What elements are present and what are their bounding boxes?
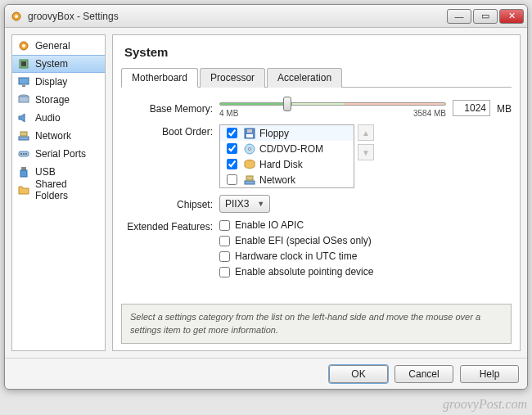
close-button[interactable]: ✕ bbox=[499, 9, 524, 24]
svg-rect-25 bbox=[245, 181, 255, 184]
ok-button[interactable]: OK bbox=[329, 365, 388, 383]
speaker-icon bbox=[17, 111, 30, 124]
base-memory-unit: MB bbox=[497, 101, 512, 115]
maximize-button[interactable]: ▭ bbox=[473, 9, 498, 24]
extended-label: Extended Features: bbox=[121, 219, 219, 232]
boot-check-cddvd[interactable] bbox=[227, 143, 237, 154]
boot-order-list[interactable]: Floppy CD/DVD-ROM Hard Disk bbox=[219, 124, 354, 188]
boot-item-label: Floppy bbox=[259, 128, 289, 139]
app-gear-icon bbox=[10, 10, 23, 23]
check-label: Hardware clock in UTC time bbox=[235, 250, 357, 262]
sidebar-item-display[interactable]: Display bbox=[12, 73, 105, 91]
sidebar-item-label: System bbox=[35, 58, 68, 70]
check-io-apic[interactable] bbox=[219, 220, 230, 231]
tab-acceleration[interactable]: Acceleration bbox=[267, 68, 342, 88]
boot-item-label: Hard Disk bbox=[259, 159, 303, 170]
page-heading: System bbox=[124, 45, 512, 59]
svg-rect-7 bbox=[22, 85, 25, 87]
boot-check-floppy[interactable] bbox=[227, 128, 237, 138]
chipset-dropdown[interactable]: PIIX3 ▼ bbox=[219, 195, 270, 213]
boot-item-floppy[interactable]: Floppy bbox=[220, 125, 354, 141]
boot-move-down[interactable]: ▼ bbox=[358, 144, 374, 160]
titlebar[interactable]: groovyBox - Settings — ▭ ✕ bbox=[5, 5, 527, 28]
monitor-icon bbox=[17, 75, 30, 88]
watermark: groovyPost.com bbox=[443, 397, 527, 412]
tabs: Motherboard Processor Acceleration bbox=[121, 67, 512, 88]
boot-check-harddisk[interactable] bbox=[227, 159, 237, 169]
base-memory-label: Base Memory: bbox=[121, 101, 219, 115]
sidebar-item-label: Storage bbox=[35, 94, 70, 106]
chipset-label: Chipset: bbox=[121, 197, 219, 210]
svg-rect-5 bbox=[21, 61, 26, 66]
base-memory-slider[interactable] bbox=[219, 102, 446, 106]
chip-icon bbox=[17, 57, 30, 70]
svg-point-16 bbox=[25, 153, 27, 155]
svg-rect-12 bbox=[20, 132, 27, 136]
harddisk-icon bbox=[243, 158, 256, 171]
check-utc[interactable] bbox=[219, 251, 230, 262]
sidebar-item-shared-folders[interactable]: Shared Folders bbox=[12, 181, 105, 199]
boot-move-up[interactable]: ▲ bbox=[358, 124, 374, 141]
check-abs-pointing[interactable] bbox=[219, 267, 230, 277]
tab-processor[interactable]: Processor bbox=[200, 68, 265, 88]
slider-max-label: 3584 MB bbox=[413, 109, 446, 118]
sidebar-item-serial[interactable]: Serial Ports bbox=[12, 145, 105, 163]
serial-icon bbox=[17, 147, 30, 160]
folder-icon bbox=[17, 183, 30, 196]
usb-icon bbox=[17, 165, 30, 178]
settings-window: groovyBox - Settings — ▭ ✕ General Syste… bbox=[4, 4, 528, 390]
check-label: Enable absolute pointing device bbox=[235, 266, 373, 277]
boot-item-label: Network bbox=[259, 174, 295, 186]
network-icon bbox=[17, 129, 30, 142]
sidebar-item-audio[interactable]: Audio bbox=[12, 109, 105, 127]
window-title: groovyBox - Settings bbox=[28, 11, 119, 22]
boot-item-network[interactable]: Network bbox=[220, 172, 354, 187]
svg-rect-21 bbox=[246, 134, 253, 138]
boot-order-label: Boot Order: bbox=[121, 124, 219, 138]
footer: OK Cancel Help bbox=[5, 358, 527, 389]
minimize-button[interactable]: — bbox=[447, 9, 471, 24]
sidebar-item-system[interactable]: System bbox=[12, 55, 105, 73]
help-button[interactable]: Help bbox=[460, 365, 519, 383]
svg-point-3 bbox=[22, 44, 25, 47]
sidebar-item-label: Audio bbox=[35, 112, 61, 124]
sidebar-item-label: General bbox=[35, 40, 70, 52]
slider-thumb[interactable] bbox=[283, 97, 291, 111]
sidebar-item-label: USB bbox=[35, 166, 56, 178]
svg-rect-6 bbox=[19, 78, 29, 84]
sidebar-item-label: Display bbox=[35, 76, 67, 88]
svg-point-15 bbox=[23, 153, 25, 155]
svg-rect-17 bbox=[21, 167, 26, 170]
svg-rect-11 bbox=[19, 137, 29, 140]
svg-rect-9 bbox=[19, 97, 29, 102]
sidebar-item-network[interactable]: Network bbox=[12, 127, 105, 145]
svg-rect-20 bbox=[247, 129, 252, 133]
cancel-button[interactable]: Cancel bbox=[394, 365, 453, 383]
floppy-icon bbox=[243, 127, 256, 140]
check-efi[interactable] bbox=[219, 236, 230, 246]
sidebar-item-label: Shared Folders bbox=[35, 178, 100, 201]
sidebar-item-storage[interactable]: Storage bbox=[12, 91, 105, 109]
check-label: Enable EFI (special OSes only) bbox=[235, 235, 372, 246]
svg-point-23 bbox=[249, 147, 251, 150]
boot-item-harddisk[interactable]: Hard Disk bbox=[220, 156, 354, 172]
sidebar-item-label: Network bbox=[35, 130, 71, 142]
chipset-value: PIIX3 bbox=[225, 198, 249, 210]
check-label: Enable IO APIC bbox=[235, 219, 304, 231]
main-panel: System Motherboard Processor Acceleratio… bbox=[112, 34, 521, 351]
sidebar-item-label: Serial Ports bbox=[35, 148, 86, 160]
net-boot-icon bbox=[243, 174, 256, 187]
base-memory-value[interactable]: 1024 bbox=[453, 100, 490, 116]
boot-item-label: CD/DVD-ROM bbox=[259, 143, 323, 155]
boot-check-network[interactable] bbox=[227, 174, 237, 185]
boot-item-cddvd[interactable]: CD/DVD-ROM bbox=[220, 141, 354, 156]
svg-marker-10 bbox=[19, 114, 25, 122]
sidebar-item-general[interactable]: General bbox=[12, 37, 105, 55]
svg-point-14 bbox=[20, 153, 22, 155]
chevron-down-icon: ▼ bbox=[257, 200, 264, 208]
disk-icon bbox=[17, 93, 30, 106]
svg-rect-18 bbox=[20, 170, 27, 177]
hint-box: Select a settings category from the list… bbox=[121, 304, 512, 344]
cd-icon bbox=[243, 142, 256, 156]
tab-motherboard[interactable]: Motherboard bbox=[121, 68, 198, 88]
